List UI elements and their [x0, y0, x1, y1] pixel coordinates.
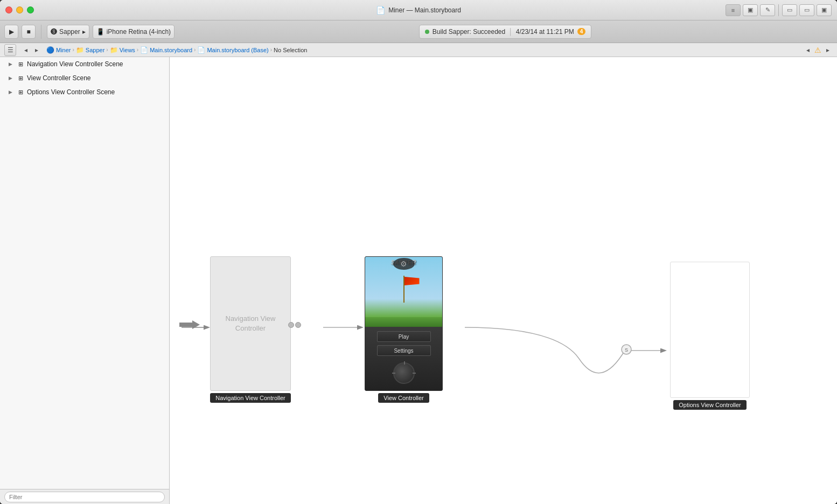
- filter-input[interactable]: [4, 492, 165, 502]
- nav-connector: [288, 322, 301, 328]
- scheme-icon: 🅢: [51, 28, 57, 36]
- flag: [403, 276, 404, 303]
- vc-scene-label: View Controller Scene: [27, 74, 91, 82]
- sep-2: ›: [106, 47, 108, 53]
- breadcrumb-sapper-label: Sapper: [86, 47, 104, 53]
- main-area: ▶ ⊞ Navigation View Controller Scene ▶ ⊞…: [0, 57, 837, 504]
- warning-badge[interactable]: 4: [577, 28, 586, 35]
- gear-logo: ⚙: [393, 258, 415, 270]
- xcode-window: 📄 Miner — Main.storyboard ≡ ▣ ✎ ▭ ▭ ▣ ▶ …: [0, 0, 837, 504]
- minimize-button[interactable]: [16, 6, 23, 13]
- nav-controller-line2: Controller: [235, 324, 266, 332]
- breadcrumb-views-label: Views: [120, 47, 135, 53]
- sidebar-item-options-controller[interactable]: ▶ ⊞ Options View Controller Scene: [0, 85, 169, 99]
- breadcrumb-storyboard-base-label: Main.storyboard (Base): [207, 47, 268, 53]
- debug-toggle[interactable]: ▭: [799, 4, 814, 16]
- breadcrumb: ☰ ◂ ▸ 🔵 Miner › 📁 Sapper › 📁 Views › 📄 M…: [0, 43, 837, 57]
- build-status-text: Build Sapper: Succeeded: [433, 28, 505, 36]
- play-label: Play: [399, 334, 409, 340]
- options-scene-label: Options View Controller Scene: [27, 88, 115, 96]
- bc-forward-arrow[interactable]: ▸: [823, 45, 833, 55]
- vc-ground: Play Settings: [365, 327, 442, 391]
- scheme-label: Sapper: [59, 28, 80, 36]
- vc-scene-icon: ⊞: [17, 74, 24, 82]
- utilities-toggle[interactable]: ▣: [817, 4, 832, 16]
- sidebar-toggle[interactable]: ☰: [4, 44, 16, 56]
- stop-icon: ■: [26, 28, 30, 36]
- no-selection-label: No Selection: [274, 47, 307, 53]
- editor-assistant-button[interactable]: ▣: [743, 4, 758, 16]
- titlebar-title: 📄 Miner — Main.storyboard: [376, 6, 461, 15]
- breadcrumb-sapper[interactable]: 📁 Sapper: [76, 46, 104, 54]
- editor-standard-button[interactable]: ≡: [726, 4, 741, 16]
- warning-icon: ⚠: [814, 46, 821, 54]
- vc-sky: SAPPER ⚙: [365, 257, 442, 327]
- grass: [365, 317, 442, 327]
- breadcrumb-miner[interactable]: 🔵 Miner: [46, 46, 71, 54]
- storyboard-icon: 📄: [140, 46, 148, 54]
- svg-marker-5: [179, 320, 200, 329]
- sidebar-item-view-controller[interactable]: ▶ ⊞ View Controller Scene: [0, 71, 169, 85]
- window-buttons: [5, 6, 34, 13]
- title-text: Miner — Main.storyboard: [388, 6, 461, 14]
- options-controller-label: Options View Controller: [673, 400, 746, 410]
- play-icon: ▶: [9, 28, 14, 36]
- sidebar-content: ▶ ⊞ Navigation View Controller Scene ▶ ⊞…: [0, 57, 169, 489]
- options-scene-icon: ⊞: [17, 88, 24, 96]
- nav-controller-line1: Navigation View: [226, 314, 276, 323]
- storyboard-base-icon: 📄: [197, 46, 205, 54]
- settings-label: Settings: [394, 348, 413, 354]
- bc-back-arrow[interactable]: ◂: [803, 45, 813, 55]
- settings-button-vc: Settings: [377, 345, 431, 356]
- options-controller-frame: [670, 262, 750, 398]
- titlebar-tools: ≡ ▣ ✎ ▭ ▭ ▣: [726, 4, 832, 16]
- nav-scene-arrow: ▶: [6, 60, 14, 68]
- navigator-toggle[interactable]: ▭: [782, 4, 797, 16]
- forward-arrow[interactable]: ▸: [32, 45, 41, 55]
- view-controller-group[interactable]: SAPPER ⚙: [365, 256, 443, 403]
- mine-graphic: [393, 362, 415, 384]
- canvas-area[interactable]: S Navigation View Controller: [170, 57, 837, 504]
- scheme-selector[interactable]: 🅢 Sapper ▸: [47, 25, 89, 39]
- nav-controller-group[interactable]: Navigation View Controller Navigation Vi…: [210, 256, 291, 403]
- sapper-folder-icon: 📁: [76, 46, 84, 54]
- scheme-arrow: ▸: [82, 28, 86, 36]
- toolbar-sep-1: [41, 25, 41, 39]
- breadcrumb-storyboard-base[interactable]: 📄 Main.storyboard (Base): [197, 46, 268, 54]
- miner-icon: 🔵: [46, 46, 54, 54]
- breadcrumb-miner-label: Miner: [56, 47, 71, 53]
- view-controller-frame: SAPPER ⚙: [365, 256, 443, 391]
- canvas-content: S Navigation View Controller: [170, 57, 837, 504]
- build-date: 4/23/14 at 11:21 PM: [516, 28, 574, 36]
- play-button[interactable]: ▶: [4, 25, 18, 39]
- flag-cloth: [404, 277, 420, 285]
- breadcrumb-views[interactable]: 📁 Views: [110, 46, 135, 54]
- breadcrumb-storyboard[interactable]: 📄 Main.storyboard: [140, 46, 192, 54]
- device-icon: 📱: [96, 28, 104, 36]
- nav-controller-text: Navigation View Controller: [226, 314, 276, 333]
- sep-5: ›: [270, 47, 272, 53]
- main-toolbar: ▶ ■ 🅢 Sapper ▸ 📱 iPhone Retina (4-inch) …: [0, 20, 837, 43]
- options-controller-group[interactable]: Options View Controller: [670, 262, 750, 410]
- svg-text:S: S: [625, 347, 628, 353]
- titlebar: 📄 Miner — Main.storyboard ≡ ▣ ✎ ▭ ▭ ▣: [0, 0, 837, 20]
- stop-button[interactable]: ■: [22, 25, 36, 39]
- sidebar-item-nav-controller[interactable]: ▶ ⊞ Navigation View Controller Scene: [0, 57, 169, 71]
- build-separator: │: [508, 28, 513, 36]
- sep-4: ›: [194, 47, 196, 53]
- toolbar-separator: [778, 4, 779, 16]
- maximize-button[interactable]: [27, 6, 34, 13]
- nav-controller-label: Navigation View Controller: [210, 393, 290, 403]
- build-status-dot: [425, 30, 429, 34]
- device-selector[interactable]: 📱 iPhone Retina (4-inch): [93, 25, 175, 39]
- close-button[interactable]: [5, 6, 12, 13]
- views-folder-icon: 📁: [110, 46, 118, 54]
- sidebar: ▶ ⊞ Navigation View Controller Scene ▶ ⊞…: [0, 57, 170, 504]
- options-scene-arrow: ▶: [6, 88, 14, 96]
- play-button-vc: Play: [377, 331, 431, 342]
- nav-scene-icon: ⊞: [17, 60, 24, 68]
- file-icon: 📄: [376, 6, 385, 15]
- editor-version-button[interactable]: ✎: [760, 4, 775, 16]
- build-status-area: Build Sapper: Succeeded │ 4/23/14 at 11:…: [178, 25, 833, 39]
- back-arrow[interactable]: ◂: [21, 45, 31, 55]
